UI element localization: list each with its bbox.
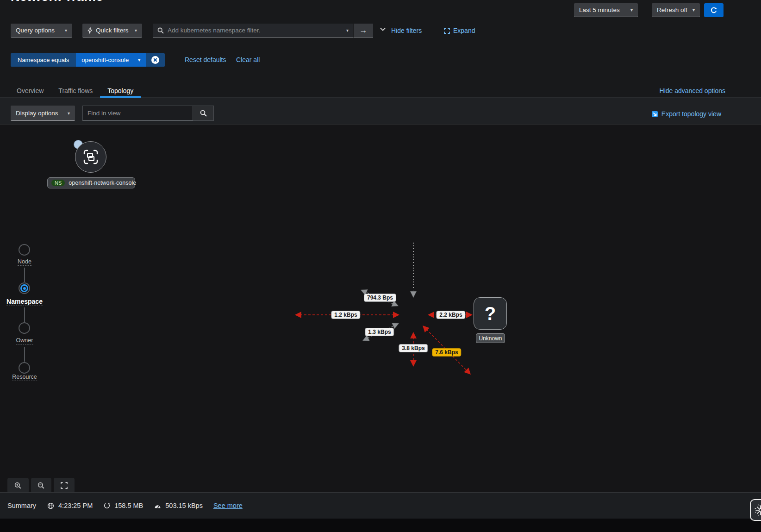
scope-connector bbox=[24, 347, 25, 362]
unknown-node[interactable]: ? bbox=[474, 297, 507, 330]
chevron-down-icon: ▾ bbox=[630, 7, 633, 13]
filter-chip-category[interactable]: Namespace equals bbox=[11, 53, 76, 67]
scope-radio-namespace[interactable] bbox=[19, 282, 30, 294]
time-range-value: Last 5 minutes bbox=[579, 6, 620, 13]
view-tabs: Overview Traffic flows Topology bbox=[0, 84, 761, 98]
refresh-interval-value: Refresh off bbox=[657, 6, 687, 13]
network-traffic-page: Network Traffic Last 5 minutes ▾ Refresh… bbox=[0, 0, 761, 532]
export-topology-link[interactable]: Export topology view bbox=[651, 110, 721, 118]
fit-to-screen-button[interactable] bbox=[54, 478, 75, 493]
display-options-select[interactable]: Display options ▾ bbox=[11, 106, 75, 121]
summary-title: Summary bbox=[7, 502, 36, 509]
chevron-down-icon: ▾ bbox=[68, 111, 70, 116]
summary-rate-value: 503.15 kBps bbox=[165, 502, 203, 509]
tab-topology[interactable]: Topology bbox=[100, 84, 141, 97]
summary-volume-value: 158.5 MB bbox=[114, 502, 143, 509]
time-range-select[interactable]: Last 5 minutes ▾ bbox=[574, 3, 638, 17]
topology-toolbar: Display options ▾ Export topology view bbox=[0, 98, 761, 125]
chevron-down-icon[interactable] bbox=[380, 27, 386, 31]
remove-filter-button[interactable] bbox=[146, 53, 165, 67]
tab-overview[interactable]: Overview bbox=[9, 84, 51, 97]
scope-label-namespace[interactable]: Namespace bbox=[6, 298, 43, 306]
quick-filters-select[interactable]: Quick filters ▾ bbox=[82, 24, 142, 38]
filter-search-combo: ▾ → bbox=[153, 24, 373, 38]
starburst-icon bbox=[754, 503, 761, 517]
gauge-icon bbox=[154, 502, 162, 509]
export-label: Export topology view bbox=[661, 110, 721, 118]
display-options-label: Display options bbox=[16, 110, 58, 117]
scope-radio-owner[interactable] bbox=[19, 322, 30, 334]
apply-filter-button[interactable]: → bbox=[353, 24, 373, 38]
search-icon bbox=[157, 27, 164, 34]
tab-traffic-flows[interactable]: Traffic flows bbox=[51, 84, 100, 97]
see-more-link[interactable]: See more bbox=[213, 502, 243, 509]
query-options-label: Query options bbox=[16, 27, 55, 34]
globe-icon bbox=[47, 502, 55, 510]
hide-advanced-options-link[interactable]: Hide advanced options bbox=[660, 87, 725, 94]
namespace-node[interactable] bbox=[75, 141, 106, 173]
page-title: Network Traffic bbox=[11, 0, 103, 4]
summary-bar: Summary 4:23:25 PM 158.5 MB bbox=[0, 492, 761, 519]
scope-connector bbox=[24, 307, 25, 322]
counter-icon bbox=[103, 502, 111, 509]
ns-kind-badge: NS bbox=[51, 180, 65, 186]
selected-ring bbox=[20, 284, 28, 292]
find-search-button[interactable] bbox=[193, 106, 214, 121]
filter-chip-value-text: openshift-console bbox=[81, 56, 129, 63]
scope-label-node[interactable]: Node bbox=[18, 258, 31, 266]
zoom-in-icon bbox=[14, 482, 22, 490]
expand-icon bbox=[444, 28, 450, 34]
bottom-band bbox=[0, 519, 761, 532]
quick-filters-label: Quick filters bbox=[96, 27, 129, 34]
refresh-interval-select[interactable]: Refresh off ▾ bbox=[652, 3, 700, 17]
reset-defaults-link[interactable]: Reset defaults bbox=[185, 56, 226, 63]
namespace-filter-input[interactable] bbox=[168, 27, 338, 34]
namespace-node-label[interactable]: NS openshift-network-console bbox=[47, 177, 135, 188]
filter-chip-value[interactable]: openshift-console ▾ bbox=[76, 53, 146, 67]
filter-search-field[interactable]: ▾ bbox=[153, 24, 353, 38]
scope-radio-resource[interactable] bbox=[19, 362, 30, 374]
fit-to-screen-icon bbox=[61, 482, 68, 489]
edge-label[interactable]: 2.2 kBps bbox=[436, 311, 465, 319]
question-mark-icon: ? bbox=[485, 303, 496, 324]
scope-connector bbox=[24, 268, 25, 282]
query-options-select[interactable]: Query options ▾ bbox=[11, 24, 72, 38]
namespace-node-name: openshift-network-console bbox=[69, 180, 136, 186]
summary-rate: 503.15 kBps bbox=[154, 502, 203, 509]
hide-filters-link[interactable]: Hide filters bbox=[391, 27, 422, 34]
edge-label[interactable]: 1.2 kBps bbox=[331, 311, 360, 319]
edge-label[interactable]: 1.3 kBps bbox=[365, 328, 394, 336]
zoom-in-button[interactable] bbox=[7, 478, 29, 493]
summary-time-value: 4:23:25 PM bbox=[58, 502, 93, 509]
filter-chip: Namespace equals openshift-console ▾ bbox=[11, 53, 165, 67]
summary-volume: 158.5 MB bbox=[103, 502, 143, 509]
chevron-down-icon: ▾ bbox=[135, 28, 137, 33]
zoom-out-icon bbox=[37, 482, 45, 490]
lightning-bolt-icon bbox=[87, 27, 93, 34]
namespace-icon bbox=[83, 149, 99, 165]
summary-time: 4:23:25 PM bbox=[47, 502, 93, 510]
scope-label-owner[interactable]: Owner bbox=[16, 337, 33, 344]
search-icon bbox=[200, 110, 207, 117]
chevron-down-icon: ▾ bbox=[65, 28, 67, 33]
close-circle-icon bbox=[151, 56, 160, 64]
clear-all-link[interactable]: Clear all bbox=[236, 56, 260, 63]
expand-link[interactable]: Expand bbox=[444, 27, 475, 34]
scope-label-resource[interactable]: Resource bbox=[12, 374, 37, 381]
edge-label-highlighted[interactable]: 7.6 kBps bbox=[432, 348, 461, 357]
refresh-button[interactable] bbox=[704, 3, 724, 17]
chevron-down-icon: ▾ bbox=[692, 7, 695, 13]
zoom-out-button[interactable] bbox=[31, 478, 51, 493]
chevron-down-icon: ▾ bbox=[138, 57, 140, 63]
find-in-view-input[interactable] bbox=[82, 106, 193, 121]
topology-canvas[interactable]: 794.3 Bps 1.2 kBps 1.3 kBps 3.8 kBps 7.6… bbox=[0, 125, 761, 492]
zoom-controls bbox=[7, 478, 75, 493]
chevron-down-icon[interactable]: ▾ bbox=[346, 28, 349, 33]
edge-label[interactable]: 3.8 kBps bbox=[399, 344, 428, 352]
edge-label[interactable]: 794.3 Bps bbox=[364, 294, 396, 302]
floating-widget-button[interactable] bbox=[750, 499, 761, 521]
sync-icon bbox=[710, 6, 717, 14]
unknown-node-label[interactable]: Unknown bbox=[476, 333, 505, 343]
scope-radio-node[interactable] bbox=[19, 244, 30, 256]
expand-label: Expand bbox=[453, 27, 475, 34]
